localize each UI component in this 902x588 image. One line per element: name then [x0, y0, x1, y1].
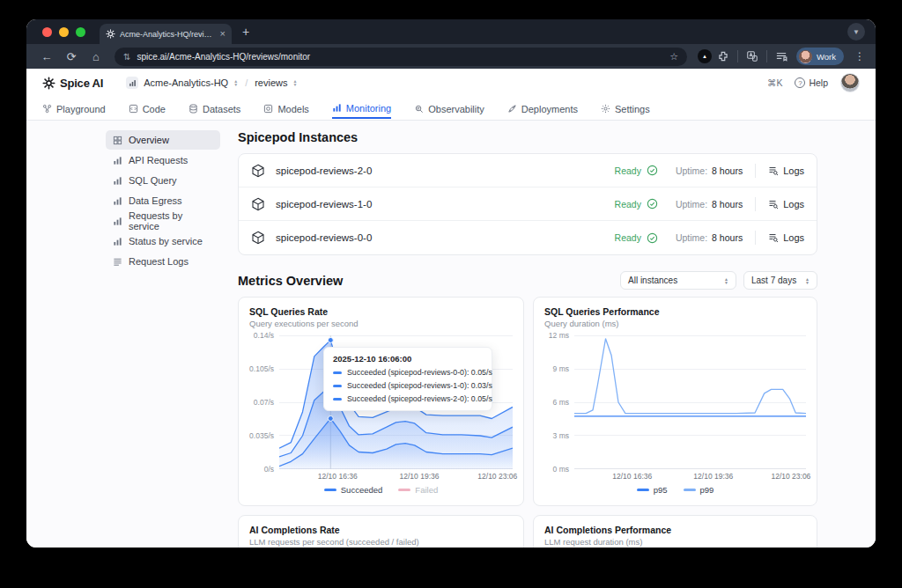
tab-playground[interactable]: Playground: [42, 99, 106, 119]
uptime-label: Uptime:: [676, 232, 707, 243]
tab-deployments[interactable]: Deployments: [507, 99, 578, 119]
url-text: spice.ai/Acme-Analytics-HQ/reviews/monit…: [137, 52, 663, 62]
bookmark-star-icon[interactable]: ☆: [669, 51, 678, 62]
spice-logo[interactable]: Spice AI: [42, 77, 103, 90]
tab-monitoring[interactable]: Monitoring: [332, 99, 391, 119]
new-tab-button[interactable]: +: [242, 25, 249, 39]
chart-title: SQL Queries Performance: [544, 306, 806, 317]
sidebar-item-status-by-service[interactable]: Status by service: [106, 232, 220, 251]
series-dash-icon: [637, 489, 649, 491]
extensions-puzzle-icon[interactable]: [717, 50, 729, 62]
spice-favicon-icon: [106, 29, 115, 39]
deployments-icon: [507, 104, 517, 114]
sidebar-item-requests-by-service[interactable]: Requests by service: [106, 211, 220, 231]
instance-row[interactable]: spicepod-reviews-2-0 Ready Uptime: 8 hou…: [239, 154, 817, 187]
instance-filter-select[interactable]: All instances ▲▼: [620, 271, 736, 290]
series-dash-icon: [324, 489, 336, 491]
chart-subtitle: Query duration (ms): [544, 319, 806, 328]
sql-queries-performance-chart[interactable]: 12 ms9 ms6 ms3 ms0 ms12/10 16:3612/10 19…: [544, 335, 806, 498]
instance-row[interactable]: spicepod-reviews-1-0 Ready Uptime: 8 hou…: [239, 187, 817, 221]
chevron-updown-icon: ▲▼: [724, 277, 728, 284]
series-dash-icon: [684, 489, 696, 491]
chart-subtitle: LLM request duration (ms): [544, 537, 806, 547]
breadcrumb-separator: /: [245, 77, 248, 88]
tab-title: Acme-Analytics-HQ/reviews: [120, 30, 216, 39]
toolbar-divider: [766, 50, 767, 62]
legend-item[interactable]: Failed: [398, 485, 438, 495]
chart-subtitle: LLM requests per second (succeeded / fai…: [249, 537, 513, 547]
help-button[interactable]: ? Help: [795, 77, 828, 88]
instance-row[interactable]: spicepod-reviews-0-0 Ready Uptime: 8 hou…: [239, 221, 817, 254]
status-badge: Ready: [615, 232, 641, 243]
chart-title: SQL Queries Rate: [249, 306, 513, 317]
chevron-updown-icon: ▲▼: [233, 79, 238, 86]
instance-name: spicepod-reviews-0-0: [276, 232, 372, 243]
ai-completions-performance-card: AI Completions Performance LLM request d…: [533, 515, 817, 548]
series-dash-icon: [333, 371, 342, 374]
uptime-value: 8 hours: [712, 232, 743, 243]
logs-icon: [768, 199, 779, 209]
series-dash-icon: [333, 385, 342, 387]
sidebar-item-sql-query[interactable]: SQL Query: [106, 171, 220, 190]
command-k-shortcut[interactable]: ⌘K: [767, 77, 783, 88]
user-avatar[interactable]: [840, 73, 860, 92]
project-selector[interactable]: reviews ▲▼: [255, 77, 297, 88]
reading-list-icon[interactable]: [775, 50, 787, 62]
uptime-value: 8 hours: [712, 199, 743, 209]
sql-queries-performance-card: SQL Queries Performance Query duration (…: [533, 297, 817, 506]
time-range-select[interactable]: Last 7 days ▲▼: [743, 271, 817, 290]
translate-icon[interactable]: [746, 50, 758, 62]
sidebar-item-overview[interactable]: Overview: [106, 130, 220, 150]
divider: [755, 164, 756, 178]
legend-item[interactable]: Succeeded: [324, 485, 383, 495]
check-circle-icon: [647, 232, 658, 244]
extension-icon[interactable]: ▲: [698, 49, 712, 63]
logs-button[interactable]: Logs: [768, 165, 804, 176]
divider: [755, 231, 756, 245]
legend-item[interactable]: p95: [637, 485, 668, 495]
sidebar-item-request-logs[interactable]: Request Logs: [106, 252, 220, 271]
profile-avatar: [799, 50, 812, 63]
browser-tab[interactable]: Acme-Analytics-HQ/reviews ×: [100, 24, 232, 44]
org-selector[interactable]: Acme-Analytics-HQ ▲▼: [126, 77, 238, 89]
check-circle-icon: [647, 165, 658, 176]
breadcrumb: Acme-Analytics-HQ ▲▼ / reviews ▲▼: [126, 77, 297, 89]
series-dash-icon: [333, 398, 342, 401]
home-button[interactable]: ⌂: [86, 50, 106, 63]
tab-observability[interactable]: Observability: [414, 99, 484, 119]
brand-name: Spice AI: [60, 77, 103, 90]
page-content: Overview API Requests SQL Query Data Egr…: [26, 121, 876, 548]
maximize-window-button[interactable]: [76, 27, 85, 37]
toolbar-divider: [737, 50, 738, 62]
url-bar[interactable]: ⇅ spice.ai/Acme-Analytics-HQ/reviews/mon…: [115, 48, 687, 66]
tab-search-button[interactable]: ▼: [847, 23, 865, 40]
bar-chart-icon: [113, 237, 122, 246]
reload-button[interactable]: ⟳: [62, 50, 81, 63]
sidebar-item-api-requests[interactable]: API Requests: [106, 151, 220, 170]
list-lines-icon: [113, 257, 122, 267]
tab-settings[interactable]: Settings: [601, 99, 650, 119]
close-tab-icon[interactable]: ×: [220, 29, 226, 39]
chart-tooltip: 2025-12-10 16:06:00 Succeeded (spicepod-…: [323, 347, 492, 411]
org-name: Acme-Analytics-HQ: [144, 77, 228, 88]
sidebar-item-data-egress[interactable]: Data Egress: [106, 191, 220, 210]
tab-datasets[interactable]: Datasets: [189, 99, 240, 119]
legend-item[interactable]: p99: [684, 485, 714, 495]
browser-profile-chip[interactable]: Work: [796, 48, 844, 65]
cube-icon: [251, 164, 265, 178]
playground-icon: [42, 104, 52, 114]
back-button[interactable]: ←: [37, 50, 56, 63]
logs-button[interactable]: Logs: [768, 232, 804, 243]
site-settings-icon[interactable]: ⇅: [123, 52, 130, 62]
logs-button[interactable]: Logs: [768, 199, 804, 209]
tab-code[interactable]: Code: [129, 99, 166, 119]
tab-models[interactable]: Models: [263, 99, 308, 119]
datasets-icon: [189, 104, 198, 114]
cube-icon: [251, 231, 265, 245]
browser-menu-button[interactable]: ⋮: [854, 50, 865, 62]
monitoring-sidebar: Overview API Requests SQL Query Data Egr…: [106, 130, 220, 548]
ai-completions-rate-card: AI Completions Rate LLM requests per sec…: [238, 515, 524, 548]
window-controls: [42, 27, 85, 37]
minimize-window-button[interactable]: [59, 27, 69, 37]
close-window-button[interactable]: [42, 27, 52, 37]
